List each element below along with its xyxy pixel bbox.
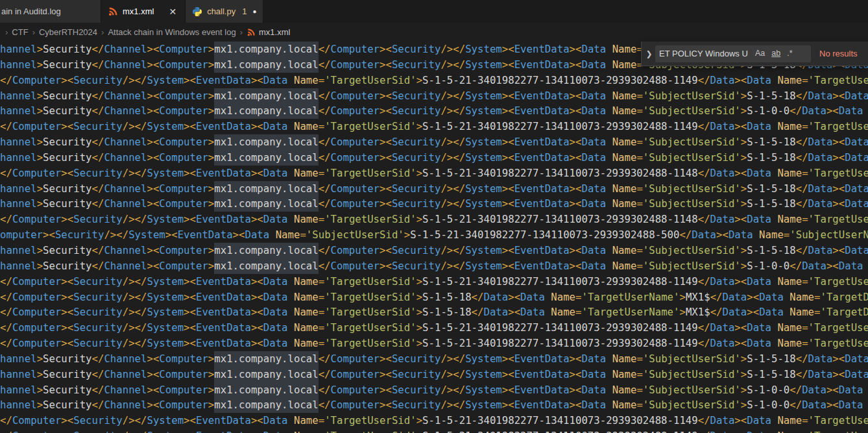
code-line[interactable]: </Computer><Security/></System><EventDat… [0,274,868,290]
tab-badge: 1 [242,6,247,16]
regex-icon[interactable]: .* [784,48,795,59]
code-line[interactable]: hannel>Security</Channel><Computer>mx1.c… [0,150,868,166]
tab-auditd-log[interactable]: ain in Auditd.log [0,0,101,23]
xml-rss-icon [108,6,118,17]
tab-label: mx1.xml [123,6,154,16]
find-input[interactable] [659,49,751,58]
find-results-status: No results [819,49,858,58]
code-line[interactable]: hannel>Security</Channel><Computer>mx1.c… [0,88,868,104]
code-line[interactable]: hannel>Security</Channel><Computer>mx1.c… [0,382,868,398]
code-line[interactable]: </Computer><Security/></System><EventDat… [0,119,868,134]
code-line[interactable]: hannel>Security</Channel><Computer>mx1.c… [0,181,868,197]
match-case-icon[interactable]: Aa [753,48,767,59]
breadcrumb-file-label: mx1.xml [259,27,290,37]
code-line[interactable]: hannel>Security</Channel><Computer>mx1.c… [0,397,868,413]
breadcrumb-item-cyberrth2024[interactable]: CyberRTH2024 [38,27,99,37]
tab-mx1-xml[interactable]: mx1.xml ✕ [101,0,186,23]
code-line[interactable]: </Computer><Security/></System><EventDat… [0,212,868,227]
xml-rss-icon [247,28,256,37]
code-line[interactable]: </Computer><Security/></System><EventDat… [0,73,868,88]
breadcrumb-item-ctf[interactable]: CTF [10,27,29,37]
chevron-right-icon: › [30,27,38,37]
code-line[interactable]: hannel>Security</Channel><Computer>mx1.c… [0,351,868,367]
find-input-box: Aa ab .* [655,45,811,62]
tab-label: chall.py [207,6,235,16]
toggle-replace-chevron-icon[interactable]: ❯ [644,49,655,58]
code-line[interactable]: </Computer><Security/></System><EventDat… [0,290,868,305]
code-line[interactable]: </Computer><Security/></System><EventDat… [0,336,868,351]
breadcrumb: › CTF › CyberRTH2024 › Attack chain in W… [0,23,868,42]
breadcrumb-item-file[interactable]: mx1.xml [245,27,291,37]
code-line[interactable]: omputer><Security/></System><EventData><… [0,227,868,243]
editor-lines: hannel>Security</Channel><Computer>mx1.c… [0,42,868,433]
code-line[interactable]: </Computer><Security/></System><EventDat… [0,304,868,320]
code-line[interactable]: hannel>Security</Channel><Computer>mx1.c… [0,103,868,119]
code-line[interactable]: </Computer><Security/></System><EventDat… [0,428,868,433]
code-line[interactable]: hannel>Security</Channel><Computer>mx1.c… [0,367,868,382]
code-line[interactable]: </Computer><Security/></System><EventDat… [0,320,868,336]
code-line[interactable]: </Computer><Security/></System><EventDat… [0,413,868,428]
whole-word-icon[interactable]: ab [769,48,783,59]
tab-bar: ain in Auditd.log mx1.xml ✕ chall.py 1 ● [0,0,868,23]
code-line[interactable]: hannel>Security</Channel><Computer>mx1.c… [0,258,868,274]
find-widget: ❯ Aa ab .* No results [641,42,868,66]
tab-label: ain in Auditd.log [1,6,61,16]
editor[interactable]: hannel>Security</Channel><Computer>mx1.c… [0,42,868,433]
chevron-right-icon: › [99,27,106,37]
code-line[interactable]: hannel>Security</Channel><Computer>mx1.c… [0,243,868,258]
code-line[interactable]: </Computer><Security/></System><EventDat… [0,166,868,181]
tab-chall-py[interactable]: chall.py 1 ● [186,0,263,23]
code-line[interactable]: hannel>Security</Channel><Computer>mx1.c… [0,196,868,212]
close-icon[interactable]: ✕ [167,6,178,17]
modified-dot-icon[interactable]: ● [252,8,256,15]
python-icon [192,6,202,17]
chevron-right-icon: › [3,27,10,37]
code-line[interactable]: hannel>Security</Channel><Computer>mx1.c… [0,134,868,150]
chevron-right-icon: › [237,27,245,37]
breadcrumb-item-attack-chain[interactable]: Attack chain in Windows event log [106,27,237,37]
